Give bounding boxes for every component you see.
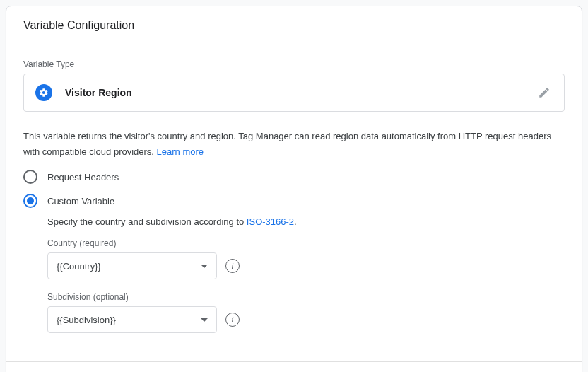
card-title: Variable Configuration: [23, 19, 565, 32]
radio-icon-selected: [23, 194, 37, 208]
variable-type-info: Visitor Region: [35, 84, 132, 101]
country-field-label: Country (required): [47, 238, 565, 248]
country-dropdown-value: {{Country}}: [57, 261, 101, 272]
edit-button[interactable]: [536, 84, 553, 101]
learn-more-link[interactable]: Learn more: [157, 146, 204, 157]
card-footer: Format Value ?: [6, 362, 582, 372]
pencil-icon: [538, 86, 551, 99]
subdivision-dropdown-value: {{Subdivision}}: [57, 315, 116, 325]
subdivision-info-button[interactable]: i: [225, 313, 240, 327]
radio-label-request-headers: Request Headers: [47, 172, 119, 182]
radio-label-custom-variable: Custom Variable: [47, 196, 114, 207]
country-field-row: {{Country}} i: [47, 252, 565, 279]
subdivision-dropdown[interactable]: {{Subdivision}}: [47, 306, 217, 333]
variable-type-selector[interactable]: Visitor Region: [23, 74, 565, 112]
variable-type-label: Variable Type: [23, 59, 565, 69]
custom-helper-text: Specify the country and subdivision acco…: [47, 216, 565, 227]
variable-configuration-card: Variable Configuration Variable Type Vis…: [6, 6, 582, 372]
card-header: Variable Configuration: [6, 6, 582, 42]
iso-link[interactable]: ISO-3166-2: [247, 216, 294, 227]
card-body: Variable Type Visitor Region This variab…: [6, 42, 582, 356]
chevron-down-icon: [201, 318, 208, 322]
country-dropdown[interactable]: {{Country}}: [47, 252, 217, 279]
source-radio-group: Request Headers Custom Variable: [23, 170, 565, 208]
radio-custom-variable[interactable]: Custom Variable: [23, 194, 565, 208]
chevron-down-icon: [201, 265, 208, 268]
variable-type-name: Visitor Region: [65, 87, 132, 98]
radio-icon: [23, 170, 37, 184]
gear-icon: [35, 84, 52, 101]
subdivision-field-label: Subdivision (optional): [47, 292, 565, 302]
country-info-button[interactable]: i: [225, 259, 240, 273]
subdivision-field-row: {{Subdivision}} i: [47, 306, 565, 333]
custom-variable-section: Specify the country and subdivision acco…: [23, 216, 565, 333]
radio-request-headers[interactable]: Request Headers: [23, 170, 565, 184]
description-text: This variable returns the visitor's coun…: [23, 129, 565, 160]
